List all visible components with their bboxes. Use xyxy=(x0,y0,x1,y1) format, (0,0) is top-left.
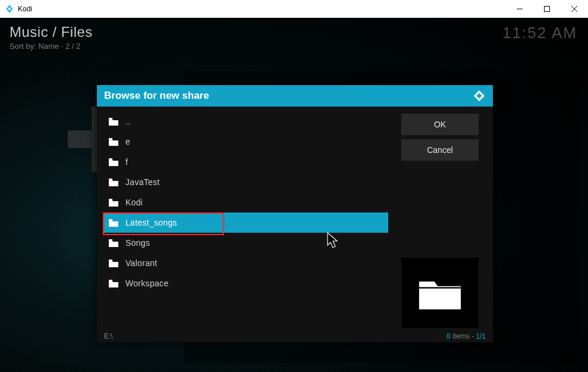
folder-icon xyxy=(109,239,118,247)
window-controls xyxy=(506,0,588,18)
folder-icon xyxy=(109,158,118,166)
svg-rect-8 xyxy=(109,199,112,201)
sort-by-label[interactable]: Sort by: Name xyxy=(10,42,59,51)
svg-rect-7 xyxy=(109,179,112,180)
svg-rect-10 xyxy=(109,239,112,241)
folder-icon xyxy=(109,138,118,146)
current-path: E:\ xyxy=(104,332,113,340)
list-item[interactable]: Latest_songs xyxy=(103,212,388,233)
list-item[interactable]: JavaTest xyxy=(103,172,388,192)
minimize-button[interactable] xyxy=(506,0,533,18)
maximize-button[interactable] xyxy=(533,0,561,18)
dialog-body: ..efJavaTestKodiLatest_songsSongsValoran… xyxy=(97,107,493,330)
file-list: ..efJavaTestKodiLatest_songsSongsValoran… xyxy=(103,111,388,328)
window-titlebar: Kodi xyxy=(0,0,588,18)
list-item-label: Latest_songs xyxy=(125,218,177,227)
list-item[interactable]: f xyxy=(103,152,388,172)
list-item[interactable]: Songs xyxy=(103,233,388,253)
folder-icon xyxy=(109,199,118,207)
list-item-label: JavaTest xyxy=(125,177,160,187)
folder-icon xyxy=(417,274,463,312)
list-item-label: Valorant xyxy=(125,258,158,268)
list-item-label: Kodi xyxy=(125,198,143,207)
page-header: Music / Files Sort by: Name · 2 / 2 xyxy=(0,18,588,53)
footer-summary: 8 items - 1/1 xyxy=(446,332,486,340)
clock: 11:52 AM xyxy=(502,24,577,42)
list-item-label: f xyxy=(125,157,128,167)
list-item[interactable]: Valorant xyxy=(103,253,388,273)
folder-preview xyxy=(401,258,479,328)
folder-icon xyxy=(109,280,118,287)
dialog-header: Browse for new share xyxy=(97,85,493,107)
kodi-app-icon xyxy=(5,4,14,14)
svg-rect-11 xyxy=(109,260,112,261)
close-button[interactable] xyxy=(561,0,588,18)
folder-icon xyxy=(109,179,118,186)
list-item[interactable]: Kodi xyxy=(103,192,388,212)
svg-rect-5 xyxy=(109,138,112,140)
svg-rect-1 xyxy=(545,6,550,11)
list-item[interactable]: Workspace xyxy=(103,273,388,293)
browse-share-dialog: Browse for new share ..efJavaTestKodiLat… xyxy=(97,85,493,342)
list-item[interactable]: e xyxy=(103,132,388,152)
page-indicator: 1/1 xyxy=(476,332,486,340)
folder-icon xyxy=(109,118,118,126)
kodi-logo-icon xyxy=(473,89,486,102)
svg-rect-9 xyxy=(109,219,112,221)
dialog-right-column: OK Cancel xyxy=(401,111,479,328)
window-title: Kodi xyxy=(18,5,32,13)
dialog-title: Browse for new share xyxy=(104,90,209,102)
list-item-label: e xyxy=(125,137,130,146)
svg-rect-12 xyxy=(109,280,112,282)
kodi-app: Music / Files Sort by: Name · 2 / 2 11:5… xyxy=(0,18,588,372)
svg-rect-4 xyxy=(109,118,112,120)
breadcrumb: Music / Files xyxy=(10,24,578,40)
list-item-label: Workspace xyxy=(125,279,168,288)
folder-icon xyxy=(109,219,118,227)
folder-icon xyxy=(109,260,118,267)
cancel-button[interactable]: Cancel xyxy=(401,139,479,161)
sort-info: Sort by: Name · 2 / 2 xyxy=(10,42,578,51)
item-count: 8 xyxy=(446,332,451,340)
dialog-footer: E:\ 8 items - 1/1 xyxy=(97,330,493,342)
svg-rect-6 xyxy=(109,158,112,160)
list-item-label: .. xyxy=(125,117,130,126)
list-item[interactable]: .. xyxy=(103,111,388,132)
svg-rect-13 xyxy=(419,287,461,288)
ok-button[interactable]: OK xyxy=(401,114,479,135)
list-position: 2 / 2 xyxy=(65,42,80,51)
list-item-label: Songs xyxy=(125,238,150,248)
